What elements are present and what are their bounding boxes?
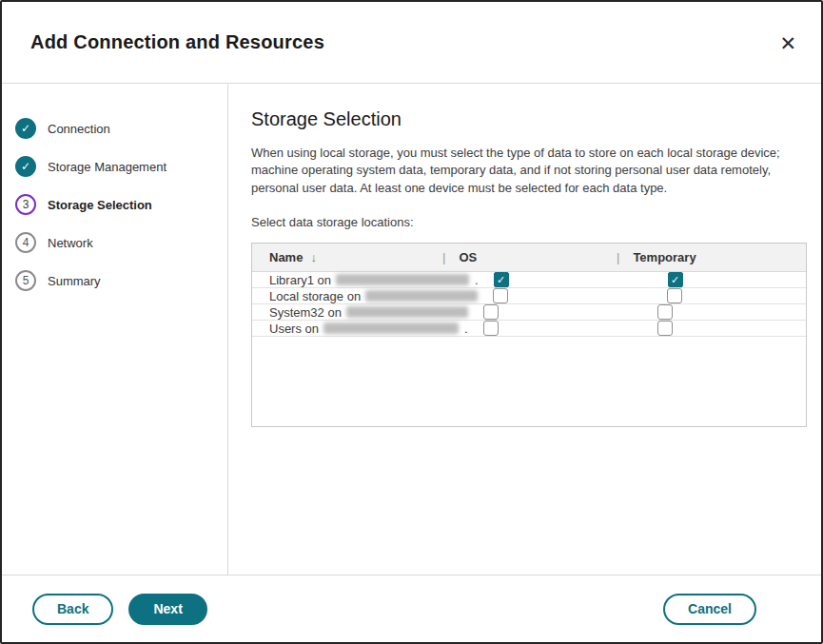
sidebar-item-network[interactable]: 4Network xyxy=(15,232,218,253)
os-cell xyxy=(468,304,642,320)
os-cell xyxy=(478,288,652,303)
step-number-badge: 3 xyxy=(15,194,36,215)
temporary-checkbox[interactable] xyxy=(667,288,682,303)
storage-name: Local storage on xyxy=(269,289,361,303)
sidebar-item-storage-selection[interactable]: 3Storage Selection xyxy=(15,194,218,215)
temporary-cell xyxy=(642,321,806,336)
storage-name-cell: Local storage on xyxy=(252,289,478,303)
back-button[interactable]: Back xyxy=(32,594,113,625)
column-separator: | xyxy=(442,250,445,264)
redacted-text xyxy=(346,306,468,318)
redacted-text xyxy=(336,274,469,285)
main-content: Storage Selection When using local stora… xyxy=(228,84,823,575)
temporary-cell: ✓ xyxy=(653,272,806,287)
close-icon[interactable]: ✕ xyxy=(779,32,796,52)
table-row: Local storage on xyxy=(252,288,806,304)
sort-descending-icon: ↓ xyxy=(310,250,317,264)
column-separator: | xyxy=(617,250,619,264)
step-check-icon: ✓ xyxy=(15,118,36,139)
temporary-cell xyxy=(652,288,806,303)
step-number-badge: 5 xyxy=(15,270,36,291)
column-label: Temporary xyxy=(633,250,696,264)
sidebar-item-storage-management[interactable]: ✓Storage Management xyxy=(15,156,218,177)
os-checkbox[interactable]: ✓ xyxy=(494,272,509,287)
sidebar-item-summary[interactable]: 5Summary xyxy=(15,270,218,291)
os-cell xyxy=(468,321,642,336)
page-description: When using local storage, you must selec… xyxy=(251,145,807,197)
cancel-button[interactable]: Cancel xyxy=(663,594,756,625)
storage-name-cell: Users on. xyxy=(252,322,468,336)
sidebar-item-label: Storage Management xyxy=(48,160,167,174)
os-checkbox[interactable] xyxy=(493,288,508,303)
redacted-text xyxy=(365,290,478,302)
check-icon: ✓ xyxy=(497,275,505,285)
redacted-text xyxy=(323,322,459,334)
table-row: Library1 on.✓✓ xyxy=(252,272,806,288)
temporary-checkbox[interactable] xyxy=(657,321,673,336)
temporary-checkbox[interactable] xyxy=(657,304,673,320)
select-locations-label: Select data storage locations: xyxy=(251,215,807,229)
os-checkbox[interactable] xyxy=(483,321,499,336)
os-checkbox[interactable] xyxy=(483,304,499,320)
storage-table: Name↓|OS|Temporary Library1 on.✓✓Local s… xyxy=(251,243,807,427)
dialog-footer: Back Next Cancel xyxy=(2,575,821,642)
os-cell: ✓ xyxy=(479,272,653,287)
temporary-checkbox[interactable]: ✓ xyxy=(668,272,683,287)
column-label: Name xyxy=(269,250,303,264)
table-body: Library1 on.✓✓Local storage onSystem32 o… xyxy=(252,272,806,337)
dialog-header: Add Connection and Resources ✕ xyxy=(2,2,821,84)
sidebar-item-label: Summary xyxy=(48,274,101,288)
sidebar-item-label: Storage Selection xyxy=(48,198,152,212)
column-header-name[interactable]: Name↓ xyxy=(252,250,442,264)
add-connection-resources-dialog: Add Connection and Resources ✕ ✓Connecti… xyxy=(0,0,823,644)
sidebar-item-label: Connection xyxy=(48,122,110,136)
temporary-cell xyxy=(642,304,806,320)
column-header-temporary: |Temporary xyxy=(617,250,806,264)
column-label: OS xyxy=(459,250,477,264)
step-number-badge: 4 xyxy=(15,232,36,253)
page-title: Storage Selection xyxy=(251,108,807,130)
table-row: Users on. xyxy=(252,321,806,337)
sidebar-item-label: Network xyxy=(48,236,93,250)
dialog-body: ✓Connection✓Storage Management3Storage S… xyxy=(2,84,821,575)
dialog-title: Add Connection and Resources xyxy=(30,31,324,53)
storage-name-cell: Library1 on. xyxy=(252,273,479,287)
storage-name-cell: System32 on xyxy=(252,305,468,320)
table-header: Name↓|OS|Temporary xyxy=(252,244,806,272)
column-header-os: |OS xyxy=(442,250,617,264)
storage-name: System32 on xyxy=(269,305,342,320)
storage-name: Library1 on xyxy=(269,273,331,287)
step-check-icon: ✓ xyxy=(15,156,36,177)
wizard-steps: ✓Connection✓Storage Management3Storage S… xyxy=(2,84,228,575)
storage-name: Users on xyxy=(269,322,319,336)
sidebar-item-connection[interactable]: ✓Connection xyxy=(15,118,218,139)
next-button[interactable]: Next xyxy=(128,594,206,625)
table-row: System32 on xyxy=(252,304,806,321)
check-icon: ✓ xyxy=(671,275,679,285)
